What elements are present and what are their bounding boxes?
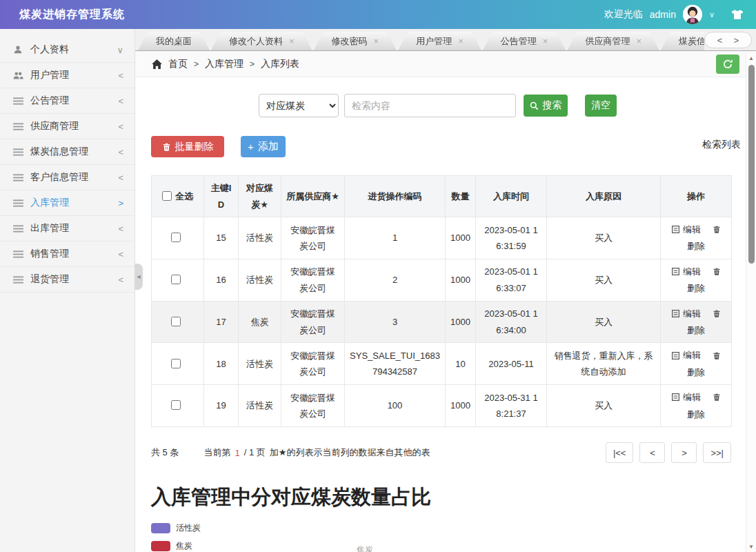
- column-header: 入库时间: [476, 176, 547, 217]
- trash-icon: [162, 142, 171, 152]
- edit-link[interactable]: 编辑: [671, 306, 701, 322]
- cell-reason: 销售退货，重新入库，系统自动添加: [547, 343, 661, 385]
- sidebar-item-coal-info[interactable]: 煤炭信息管理 <: [0, 139, 135, 165]
- scrollbar-up-icon[interactable]: ▲: [746, 55, 756, 61]
- delete-icon[interactable]: [713, 309, 721, 318]
- cell-coal: 活性炭: [239, 259, 281, 301]
- tab[interactable]: 修改密码 ×: [314, 32, 397, 50]
- cell-operations: 编辑 删除: [661, 301, 732, 343]
- tab[interactable]: 煤炭信息管理 ×: [661, 32, 704, 50]
- scrollbar-down-icon[interactable]: ▼: [746, 544, 756, 550]
- cell-coal: 活性炭: [239, 385, 281, 427]
- breadcrumb-separator: >: [194, 59, 199, 69]
- tab-close-icon[interactable]: ×: [458, 37, 464, 46]
- sidebar-item-profile[interactable]: 个人资料 ∨: [0, 37, 135, 63]
- edit-link[interactable]: 编辑: [671, 347, 701, 363]
- menu-icon: [12, 197, 23, 208]
- menu-icon: [12, 121, 23, 132]
- cell-qty: 10: [446, 343, 476, 385]
- sidebar-item-inbound[interactable]: 入库管理 >: [0, 190, 135, 216]
- cell-time: 2023-05-31 18:21:37: [476, 385, 547, 427]
- cell-reason: 买入: [547, 301, 661, 343]
- menu-icon: [12, 223, 23, 234]
- clear-button[interactable]: 清空: [585, 95, 617, 117]
- legend-item[interactable]: 活性炭: [151, 522, 741, 534]
- row-checkbox[interactable]: [171, 317, 181, 326]
- tab[interactable]: 用户管理 ×: [398, 32, 481, 50]
- delete-icon[interactable]: [713, 393, 721, 402]
- avatar[interactable]: [683, 5, 702, 24]
- sidebar-item-outbound[interactable]: 出库管理 <: [0, 216, 135, 241]
- delete-link[interactable]: 删除: [666, 406, 726, 422]
- tab[interactable]: 公告管理 ×: [483, 32, 566, 50]
- prev-page-button[interactable]: <: [639, 442, 665, 463]
- sidebar-item-returns[interactable]: 退货管理 <: [0, 267, 135, 293]
- tab[interactable]: 我的桌面: [138, 32, 210, 50]
- cell-coal: 活性炭: [239, 217, 281, 259]
- delete-icon[interactable]: [713, 267, 721, 276]
- sidebar-item-notice[interactable]: 公告管理 <: [0, 88, 135, 114]
- search-field-select[interactable]: 对应煤炭: [259, 94, 339, 117]
- main-content: 我的桌面 修改个人资料 × 修改密码 × 用户管理 × 公告管理 × 供应商管理…: [135, 29, 756, 552]
- batch-delete-button[interactable]: 批量删除: [151, 136, 224, 157]
- tab[interactable]: 供应商管理 ×: [567, 32, 659, 50]
- cell-operations: 编辑 删除: [661, 217, 732, 259]
- tab-close-icon[interactable]: ×: [636, 37, 641, 46]
- star-note: 加★的列表示当前列的数据来自其他的表: [270, 446, 430, 459]
- sidebar-item-customer[interactable]: 客户信息管理 <: [0, 165, 135, 190]
- theme-shirt-icon[interactable]: [731, 10, 744, 20]
- delete-link[interactable]: 删除: [666, 238, 726, 254]
- edit-icon: [671, 267, 680, 276]
- tab-close-icon[interactable]: ×: [543, 37, 548, 46]
- row-checkbox[interactable]: [171, 359, 181, 368]
- edit-link[interactable]: 编辑: [671, 221, 701, 237]
- cell-id: 16: [204, 259, 239, 301]
- breadcrumb-row: 首页>入库管理>入库列表: [135, 51, 756, 77]
- edit-icon: [671, 393, 680, 402]
- row-checkbox[interactable]: [171, 233, 181, 242]
- edit-link[interactable]: 编辑: [671, 264, 701, 279]
- tab-scroll-right-icon[interactable]: >: [728, 35, 744, 46]
- cell-qty: 1000: [446, 259, 476, 301]
- sidebar-item-supplier[interactable]: 供应商管理 <: [0, 114, 135, 139]
- select-all-checkbox[interactable]: [162, 191, 172, 201]
- sidebar-collapse-handle[interactable]: ◄: [135, 264, 143, 290]
- sidebar-item-users[interactable]: 用户管理 <: [0, 63, 135, 88]
- breadcrumb-item[interactable]: 入库管理: [205, 58, 243, 69]
- search-button[interactable]: 搜索: [524, 95, 568, 117]
- legend-item[interactable]: 焦炭: [151, 540, 741, 552]
- delete-link[interactable]: 删除: [666, 322, 726, 338]
- last-page-button[interactable]: >>|: [703, 442, 731, 463]
- select-all-header: 全选: [152, 176, 204, 217]
- cell-supplier: 安徽皖晋煤炭公司: [281, 217, 345, 259]
- edit-link[interactable]: 编辑: [671, 389, 701, 405]
- delete-link[interactable]: 删除: [666, 364, 726, 380]
- add-button[interactable]: + 添加: [241, 136, 286, 157]
- search-input[interactable]: [344, 94, 516, 117]
- current-page: 1: [235, 448, 239, 458]
- row-checkbox[interactable]: [171, 400, 181, 410]
- tab-scroll-left-icon[interactable]: <: [712, 35, 728, 46]
- row-select-cell: [152, 259, 204, 301]
- delete-link[interactable]: 删除: [666, 280, 726, 296]
- tab[interactable]: 修改个人资料 ×: [211, 32, 312, 50]
- breadcrumb-item[interactable]: 入库列表: [261, 58, 299, 69]
- table-row: 16 活性炭 安徽皖晋煤炭公司 2 1000 2023-05-01 16:33:…: [152, 259, 732, 301]
- tab-bar: 我的桌面 修改个人资料 × 修改密码 × 用户管理 × 公告管理 × 供应商管理…: [135, 29, 756, 51]
- tab-close-icon[interactable]: ×: [289, 37, 295, 46]
- legend-swatch: [151, 541, 170, 551]
- delete-icon[interactable]: [713, 225, 721, 234]
- pagination: 共 5 条 当前第 1 / 1 页 加★的列表示当前列的数据来自其他的表 |<<…: [151, 442, 731, 463]
- breadcrumb-item[interactable]: 首页: [168, 58, 188, 69]
- table-row: 18 活性炭 安徽皖晋煤炭公司 SYS_SALE_TUI_16837943425…: [152, 343, 732, 385]
- sidebar-item-sales[interactable]: 销售管理 <: [0, 241, 135, 267]
- delete-icon[interactable]: [713, 351, 721, 360]
- next-page-button[interactable]: >: [671, 442, 697, 463]
- user-menu-chevron-icon[interactable]: ∨: [709, 10, 715, 19]
- row-checkbox[interactable]: [171, 275, 181, 284]
- chevron-icon: <: [118, 121, 123, 132]
- refresh-button[interactable]: [716, 55, 739, 74]
- scrollbar-thumb[interactable]: [748, 65, 755, 264]
- first-page-button[interactable]: |<<: [606, 442, 634, 463]
- tab-close-icon[interactable]: ×: [374, 37, 379, 46]
